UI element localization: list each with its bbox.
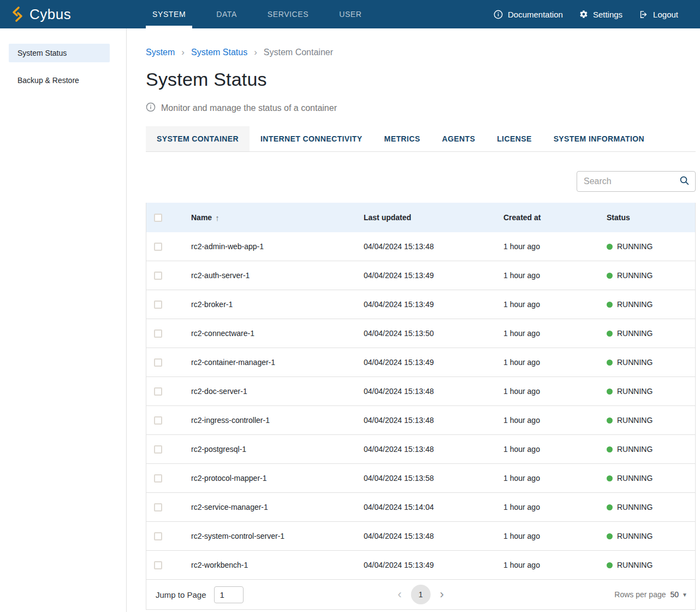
search-box[interactable] (577, 171, 696, 192)
sidebar-item-system-status[interactable]: System Status (9, 44, 110, 62)
jump-to-page-input[interactable] (214, 586, 244, 603)
table-row[interactable]: rc2-auth-server-1 04/04/2024 15:13:49 1 … (146, 261, 695, 290)
search-icon[interactable] (679, 175, 690, 188)
container-name: rc2-connectware-1 (191, 329, 254, 338)
page-number-button[interactable]: 1 (411, 585, 431, 604)
status-label: RUNNING (617, 242, 652, 251)
created-at-value: 1 hour ago (503, 445, 607, 454)
nav-item-data[interactable]: DATA (210, 0, 244, 28)
row-checkbox[interactable] (154, 445, 162, 454)
tab-license[interactable]: LICENSE (486, 126, 542, 151)
row-checkbox[interactable] (154, 329, 162, 338)
row-checkbox[interactable] (154, 474, 162, 482)
info-icon (494, 10, 503, 19)
created-at-value: 1 hour ago (503, 358, 607, 367)
search-input[interactable] (584, 176, 679, 186)
created-at-value: 1 hour ago (503, 416, 607, 425)
row-checkbox[interactable] (154, 416, 162, 425)
column-header-name[interactable]: Name (191, 213, 212, 222)
page-subtitle-text: Monitor and manage the status of a conta… (161, 103, 337, 113)
status-running-icon (607, 504, 613, 510)
table-row[interactable]: rc2-service-manager-1 04/04/2024 15:14:0… (146, 493, 695, 522)
last-updated-value: 04/04/2024 15:13:48 (364, 242, 503, 251)
table-row[interactable]: rc2-system-control-server-1 04/04/2024 1… (146, 522, 695, 551)
created-at-value: 1 hour ago (503, 329, 607, 338)
container-name: rc2-protocol-mapper-1 (191, 474, 267, 482)
tab-system-information[interactable]: SYSTEM INFORMATION (543, 126, 655, 151)
navbar-actions: DocumentationSettingsLogout (494, 0, 700, 28)
rows-per-page-select[interactable]: 50 ▼ (671, 590, 687, 599)
tab-agents[interactable]: AGENTS (431, 126, 486, 151)
table-row[interactable]: rc2-connectware-1 04/04/2024 15:13:50 1 … (146, 319, 695, 348)
table-row[interactable]: rc2-broker-1 04/04/2024 15:13:49 1 hour … (146, 290, 695, 319)
row-checkbox[interactable] (154, 301, 162, 309)
navbar-action-label: Settings (593, 10, 622, 19)
table-row[interactable]: rc2-workbench-1 04/04/2024 15:13:49 1 ho… (146, 551, 695, 580)
status-running-icon (607, 244, 613, 250)
sidebar: System StatusBackup & Restore (0, 28, 127, 612)
tab-internet-connectivity[interactable]: INTERNET CONNECTIVITY (250, 126, 373, 151)
created-at-value: 1 hour ago (503, 242, 607, 251)
status-running-icon (607, 273, 613, 279)
breadcrumb-system-container: System Container (264, 48, 333, 57)
row-checkbox[interactable] (154, 503, 162, 511)
status-label: RUNNING (617, 503, 652, 511)
row-checkbox[interactable] (154, 243, 162, 251)
nav-item-services[interactable]: SERVICES (261, 0, 315, 28)
column-header-created-at[interactable]: Created at (503, 213, 607, 222)
container-name: rc2-workbench-1 (191, 561, 248, 569)
breadcrumb: System›System Status›System Container (146, 47, 696, 58)
rows-per-page-label: Rows per page (614, 590, 666, 599)
table-row[interactable]: rc2-admin-web-app-1 04/04/2024 15:13:48 … (146, 232, 695, 261)
table-footer: Jump to Page ‹ 1 › Rows per page 50 ▼ (146, 580, 695, 609)
table-row[interactable]: rc2-postgresql-1 04/04/2024 15:13:48 1 h… (146, 435, 695, 464)
status-running-icon (607, 562, 613, 568)
status-running-icon (607, 475, 613, 481)
created-at-value: 1 hour ago (503, 503, 607, 511)
last-updated-value: 04/04/2024 15:13:58 (364, 474, 503, 482)
column-header-last-updated[interactable]: Last updated (364, 213, 503, 222)
row-checkbox[interactable] (154, 358, 162, 367)
created-at-value: 1 hour ago (503, 387, 607, 396)
row-checkbox[interactable] (154, 272, 162, 280)
navbar-action-documentation[interactable]: Documentation (494, 10, 563, 19)
container-name: rc2-broker-1 (191, 300, 233, 309)
status-running-icon (607, 389, 613, 395)
table-row[interactable]: rc2-container-manager-1 04/04/2024 15:13… (146, 348, 695, 377)
nav-item-system[interactable]: SYSTEM (146, 0, 192, 28)
breadcrumb-system-status[interactable]: System Status (191, 48, 247, 57)
status-running-icon (607, 331, 613, 337)
breadcrumb-system[interactable]: System (146, 48, 175, 57)
status-running-icon (607, 360, 613, 366)
nav-item-user[interactable]: USER (333, 0, 368, 28)
dropdown-caret-icon: ▼ (682, 592, 687, 598)
status-running-icon (607, 302, 613, 308)
container-name: rc2-system-control-server-1 (191, 532, 284, 540)
info-icon (146, 102, 156, 114)
next-page-icon[interactable]: › (437, 589, 447, 601)
table-row[interactable]: rc2-ingress-controller-1 04/04/2024 15:1… (146, 406, 695, 435)
table-row[interactable]: rc2-protocol-mapper-1 04/04/2024 15:13:5… (146, 464, 695, 493)
status-label: RUNNING (617, 329, 652, 338)
row-checkbox[interactable] (154, 387, 162, 396)
tab-metrics[interactable]: METRICS (373, 126, 431, 151)
sort-ascending-icon[interactable]: ↑ (215, 213, 220, 222)
tab-system-container[interactable]: SYSTEM CONTAINER (146, 126, 250, 151)
column-header-status[interactable]: Status (607, 213, 695, 222)
status-label: RUNNING (617, 445, 652, 454)
select-all-checkbox[interactable] (154, 214, 162, 222)
sidebar-item-backup-restore[interactable]: Backup & Restore (9, 71, 110, 90)
row-checkbox[interactable] (154, 561, 162, 569)
table-row[interactable]: rc2-doc-server-1 04/04/2024 15:13:48 1 h… (146, 377, 695, 406)
previous-page-icon[interactable]: ‹ (395, 589, 404, 601)
table-header-row: Name ↑ Last updated Created at Status (146, 203, 695, 232)
table-toolbar (146, 171, 696, 192)
last-updated-value: 04/04/2024 15:13:49 (364, 358, 503, 367)
navbar-action-label: Documentation (508, 10, 563, 19)
navbar-action-settings[interactable]: Settings (579, 10, 622, 19)
status-label: RUNNING (617, 358, 652, 367)
brand-logo[interactable]: Cybus (0, 0, 82, 28)
row-checkbox[interactable] (154, 532, 162, 540)
created-at-value: 1 hour ago (503, 532, 607, 540)
navbar-action-logout[interactable]: Logout (639, 10, 678, 19)
